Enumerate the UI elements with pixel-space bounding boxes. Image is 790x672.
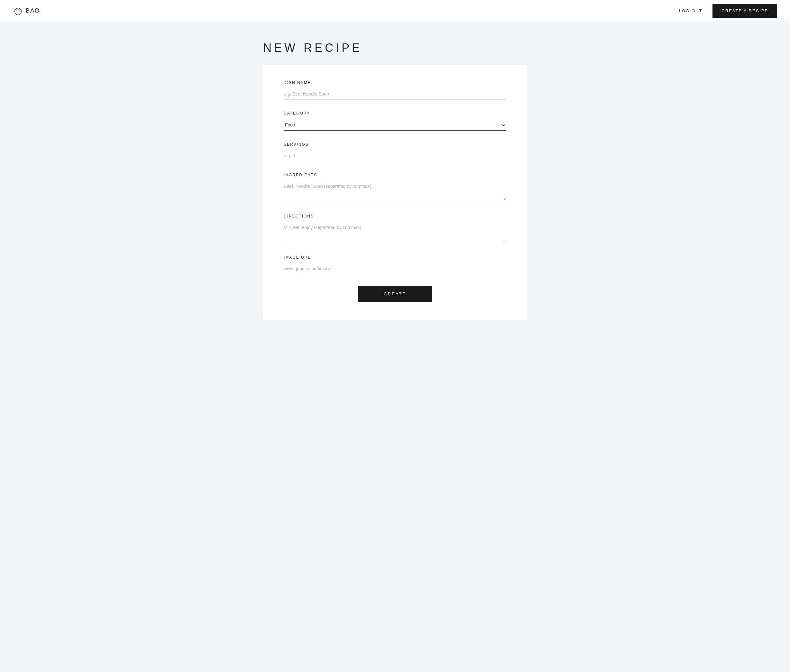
ingredients-group: INGREDIENTS: [284, 173, 506, 202]
category-group: CATEGORY Food Drink Dessert Snack: [284, 111, 506, 131]
ingredients-textarea[interactable]: [284, 182, 506, 201]
dish-name-input[interactable]: [284, 90, 506, 99]
category-label: CATEGORY: [284, 111, 506, 115]
logout-link[interactable]: LOG OUT: [679, 8, 702, 13]
servings-input[interactable]: [284, 151, 506, 161]
logo-icon: [13, 6, 23, 16]
directions-label: DIRECTIONS: [284, 214, 506, 218]
dish-name-label: DISH NAME: [284, 80, 506, 85]
main-content: NEW RECIPE DISH NAME CATEGORY Food Drink…: [250, 22, 540, 339]
image-url-group: IMAGE URL: [284, 255, 506, 274]
svg-point-1: [17, 11, 18, 11]
category-select[interactable]: Food Drink Dessert Snack: [284, 120, 506, 131]
create-button[interactable]: CREATE: [358, 286, 432, 302]
servings-label: SERVINGS: [284, 142, 506, 147]
svg-point-0: [15, 8, 22, 15]
page-title: NEW RECIPE: [263, 41, 527, 55]
logo-text: BAO: [26, 7, 40, 14]
logo: BAO: [13, 6, 40, 16]
create-recipe-nav-button[interactable]: CREATE A RECIPE: [712, 4, 777, 18]
create-button-wrapper: CREATE: [284, 286, 506, 302]
servings-group: SERVINGS: [284, 142, 506, 161]
dish-name-group: DISH NAME: [284, 80, 506, 99]
form-card: DISH NAME CATEGORY Food Drink Dessert Sn…: [263, 65, 527, 320]
navbar: BAO LOG OUT CREATE A RECIPE: [0, 0, 790, 22]
navbar-actions: LOG OUT CREATE A RECIPE: [679, 4, 777, 18]
image-url-label: IMAGE URL: [284, 255, 506, 259]
directions-group: DIRECTIONS: [284, 214, 506, 243]
directions-textarea[interactable]: [284, 223, 506, 242]
image-url-input[interactable]: [284, 264, 506, 274]
ingredients-label: INGREDIENTS: [284, 173, 506, 177]
new-recipe-form: DISH NAME CATEGORY Food Drink Dessert Sn…: [284, 80, 506, 302]
svg-point-2: [19, 11, 19, 11]
